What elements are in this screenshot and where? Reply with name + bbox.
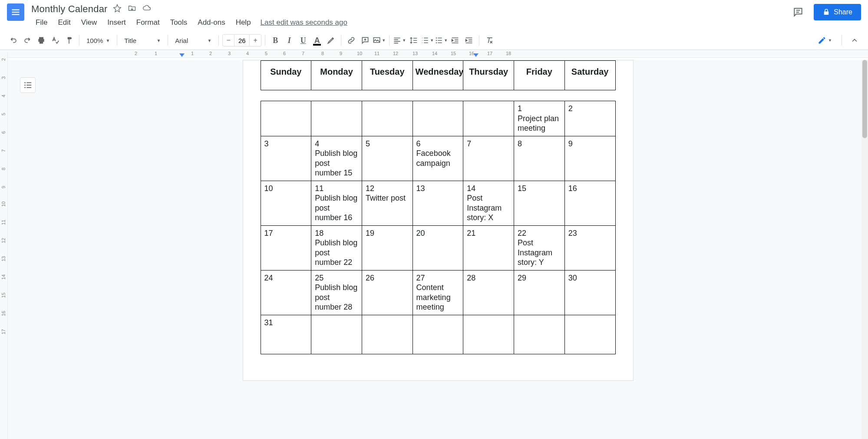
ruler-tick: 7	[302, 51, 304, 56]
line-spacing-button[interactable]	[407, 34, 420, 47]
ruler-tick: 15	[451, 51, 456, 56]
undo-button[interactable]	[7, 34, 20, 47]
svg-point-6	[436, 37, 437, 38]
ruler-tick: 12	[393, 51, 398, 56]
ruler-tick: 1	[155, 51, 157, 56]
highlight-button[interactable]	[324, 34, 337, 47]
svg-point-8	[436, 42, 437, 43]
ruler-tick: 6	[283, 51, 286, 56]
ruler-tick: 17	[487, 51, 492, 56]
bulleted-list-button[interactable]: ▼	[435, 34, 448, 47]
text-color-button[interactable]: A	[310, 34, 323, 47]
menu-addons[interactable]: Add-ons	[193, 16, 229, 30]
spellcheck-button[interactable]	[49, 34, 62, 47]
ruler-tick: 18	[506, 51, 511, 56]
share-button[interactable]: Share	[814, 4, 861, 20]
ruler-tick: 3	[228, 51, 231, 56]
menu-bar: File Edit View Insert Format Tools Add-o…	[31, 16, 789, 30]
toolbar: 100%▼ Title▼ Arial▼ − + B I U A ▼ ▼ ▼ ▼ …	[0, 31, 868, 50]
ruler-tick: 2	[209, 51, 212, 56]
comment-history-button[interactable]	[789, 3, 807, 21]
ruler-tick: 11	[374, 51, 380, 56]
ruler-tick: 5	[265, 51, 267, 56]
cloud-status-icon[interactable]	[142, 4, 151, 14]
svg-rect-2	[12, 14, 19, 15]
docs-app-icon[interactable]	[7, 3, 24, 21]
svg-point-7	[436, 40, 437, 41]
insert-comment-button[interactable]	[359, 34, 372, 47]
clear-formatting-button[interactable]	[483, 34, 496, 47]
menu-file[interactable]: File	[31, 16, 52, 30]
move-icon[interactable]	[128, 4, 136, 14]
ruler-tick: 4	[246, 51, 249, 56]
insert-image-button[interactable]: ▼	[373, 34, 386, 47]
vertical-ruler[interactable]: 234567891011121314151617	[0, 52, 8, 58]
svg-rect-0	[12, 10, 19, 10]
menu-edit[interactable]: Edit	[53, 16, 75, 30]
editing-mode-button[interactable]: ▼	[814, 34, 835, 46]
numbered-list-button[interactable]: ▼	[421, 34, 434, 47]
paint-format-button[interactable]	[63, 34, 76, 47]
font-size-increase[interactable]: +	[250, 35, 261, 46]
font-size-decrease[interactable]: −	[223, 35, 234, 46]
insert-link-button[interactable]	[345, 34, 358, 47]
menu-insert[interactable]: Insert	[103, 16, 130, 30]
menu-tools[interactable]: Tools	[166, 16, 192, 30]
ruler-tick: 1	[191, 51, 194, 56]
paragraph-style-select[interactable]: Title▼	[121, 35, 164, 46]
font-size-input[interactable]	[234, 35, 250, 46]
italic-button[interactable]: I	[283, 34, 296, 47]
svg-rect-1	[12, 12, 19, 13]
ruler-tick: 10	[357, 51, 362, 56]
align-button[interactable]: ▼	[393, 34, 406, 47]
menu-format[interactable]: Format	[132, 16, 164, 30]
horizontal-ruler[interactable]: 21123456789101112131415161718	[0, 50, 868, 58]
ruler-tick: 2	[135, 51, 137, 56]
font-size-control: − +	[222, 34, 261, 46]
menu-help[interactable]: Help	[231, 16, 255, 30]
increase-indent-button[interactable]	[462, 34, 475, 47]
font-select[interactable]: Arial▼	[172, 35, 215, 46]
bold-button[interactable]: B	[269, 34, 282, 47]
last-edit-link[interactable]: Last edit was seconds ago	[261, 18, 347, 27]
star-icon[interactable]	[113, 4, 122, 14]
ruler-tick: 8	[321, 51, 324, 56]
share-button-label: Share	[834, 8, 852, 16]
titlebar: Monthly Calendar File Edit View Insert F…	[0, 0, 868, 30]
ruler-tick: 13	[413, 51, 418, 56]
decrease-indent-button[interactable]	[449, 34, 462, 47]
ruler-tick: 14	[432, 51, 437, 56]
collapse-toolbar-button[interactable]	[848, 34, 861, 47]
ruler-tick: 9	[340, 51, 342, 56]
menu-view[interactable]: View	[77, 16, 102, 30]
document-title[interactable]: Monthly Calendar	[31, 3, 108, 15]
redo-button[interactable]	[21, 34, 34, 47]
underline-button[interactable]: U	[297, 34, 310, 47]
print-button[interactable]	[35, 34, 48, 47]
zoom-select[interactable]: 100%▼	[83, 35, 113, 46]
